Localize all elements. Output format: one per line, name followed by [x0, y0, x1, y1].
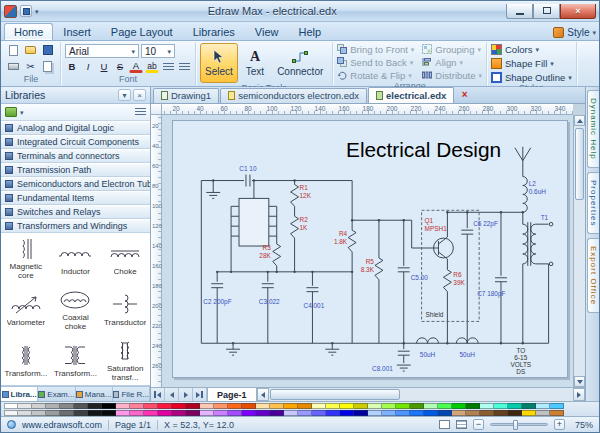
- tab-export-office[interactable]: Export Office: [587, 238, 599, 313]
- zoom-slider[interactable]: [490, 423, 548, 426]
- color-swatch[interactable]: [172, 403, 186, 409]
- text-tool-button[interactable]: A Text: [241, 43, 269, 83]
- color-swatch[interactable]: [242, 410, 256, 416]
- color-swatch[interactable]: [368, 410, 382, 416]
- color-swatch[interactable]: [382, 410, 396, 416]
- distribute-button[interactable]: Distribute▾: [422, 69, 482, 81]
- prev-page-button[interactable]: [165, 388, 179, 401]
- panel-close-icon[interactable]: ×: [133, 89, 146, 101]
- vertical-scroll-thumb[interactable]: [575, 128, 584, 200]
- rotate-flip-button[interactable]: Rotate & Flip▾: [337, 69, 414, 81]
- style-button[interactable]: Style ▾: [553, 27, 596, 40]
- font-color-button[interactable]: A: [129, 60, 143, 73]
- font-size-select[interactable]: 10 ▾: [141, 44, 175, 58]
- select-tool-button[interactable]: Select: [200, 43, 238, 83]
- highlight-button[interactable]: ab: [145, 60, 159, 73]
- color-swatch[interactable]: [410, 403, 424, 409]
- color-swatch[interactable]: [550, 410, 564, 416]
- bring-to-front-button[interactable]: Bring to Front▾: [337, 43, 414, 55]
- tab-help[interactable]: Help: [288, 23, 331, 40]
- tab-home[interactable]: Home: [4, 23, 53, 40]
- color-swatch[interactable]: [18, 403, 32, 409]
- color-swatch[interactable]: [46, 403, 60, 409]
- drawing-canvas[interactable]: Electrical Design: [162, 115, 573, 387]
- color-swatch[interactable]: [46, 410, 60, 416]
- color-swatch[interactable]: [340, 410, 354, 416]
- color-swatch[interactable]: [200, 403, 214, 409]
- zoom-in-button[interactable]: +: [554, 419, 565, 430]
- add-library-caret-icon[interactable]: ▾: [20, 109, 24, 116]
- color-swatch[interactable]: [270, 403, 284, 409]
- strikethrough-button[interactable]: S: [113, 60, 127, 73]
- color-swatch[interactable]: [536, 403, 550, 409]
- color-swatch[interactable]: [88, 410, 102, 416]
- color-swatch[interactable]: [74, 410, 88, 416]
- library-options-icon[interactable]: [135, 108, 146, 117]
- color-swatch[interactable]: [18, 410, 32, 416]
- color-swatch[interactable]: [466, 410, 480, 416]
- color-swatch[interactable]: [340, 403, 354, 409]
- symbol-transductor[interactable]: Transductor: [100, 284, 150, 335]
- color-swatch[interactable]: [508, 410, 522, 416]
- color-swatch[interactable]: [466, 403, 480, 409]
- minimize-button[interactable]: [506, 4, 533, 19]
- color-swatch[interactable]: [186, 403, 200, 409]
- color-swatch[interactable]: [144, 410, 158, 416]
- color-swatch[interactable]: [158, 410, 172, 416]
- tab-properties[interactable]: Properties: [587, 172, 599, 234]
- zoom-slider-thumb[interactable]: [513, 420, 518, 430]
- color-swatch[interactable]: [522, 410, 536, 416]
- normal-view-icon[interactable]: [439, 420, 450, 429]
- color-swatch[interactable]: [200, 410, 214, 416]
- bold-button[interactable]: B: [65, 60, 79, 73]
- library-item[interactable]: Transformers and Windings: [1, 219, 150, 233]
- color-swatch[interactable]: [74, 403, 88, 409]
- color-swatch[interactable]: [424, 403, 438, 409]
- symbol-magnetic-core[interactable]: Magnetic core: [1, 233, 51, 284]
- color-swatch[interactable]: [354, 403, 368, 409]
- color-swatch[interactable]: [158, 403, 172, 409]
- next-page-button[interactable]: [179, 388, 193, 401]
- connector-tool-button[interactable]: Connector: [272, 43, 328, 83]
- color-swatch[interactable]: [60, 403, 74, 409]
- color-swatch[interactable]: [102, 410, 116, 416]
- print-icon[interactable]: [6, 59, 21, 73]
- color-swatch[interactable]: [172, 410, 186, 416]
- color-swatch[interactable]: [116, 403, 130, 409]
- color-swatch[interactable]: [396, 410, 410, 416]
- library-item[interactable]: Analog and Digital Logic: [1, 121, 150, 135]
- vertical-scrollbar[interactable]: [573, 115, 585, 387]
- color-swatch[interactable]: [298, 403, 312, 409]
- color-swatch[interactable]: [452, 410, 466, 416]
- color-swatch[interactable]: [186, 410, 200, 416]
- copy-icon[interactable]: [40, 59, 55, 73]
- horizontal-scrollbar[interactable]: [257, 388, 585, 401]
- italic-button[interactable]: I: [81, 60, 95, 73]
- color-swatch[interactable]: [60, 410, 74, 416]
- symbol-transformer-2[interactable]: Transform...: [51, 335, 101, 386]
- color-swatch[interactable]: [410, 410, 424, 416]
- symbol-variometer[interactable]: Variometer: [1, 284, 51, 335]
- page-tab[interactable]: Page-1: [207, 388, 257, 401]
- shape-fill-button[interactable]: Shape Fill▾: [491, 57, 572, 69]
- doc-tab-semiconductors[interactable]: semiconductors electron.edx: [220, 88, 367, 103]
- tab-page-layout[interactable]: Page Layout: [101, 23, 183, 40]
- tab-libraries-panel[interactable]: Libra...: [1, 387, 38, 401]
- library-item[interactable]: Terminals and connectors: [1, 149, 150, 163]
- color-swatch[interactable]: [228, 403, 242, 409]
- symbol-coaxial-choke[interactable]: Coaxial choke: [51, 284, 101, 335]
- shape-outline-button[interactable]: Shape Outline▾: [491, 71, 572, 83]
- color-swatch[interactable]: [298, 410, 312, 416]
- drawing-page[interactable]: Electrical Design: [172, 120, 568, 378]
- color-swatch[interactable]: [508, 403, 522, 409]
- cut-icon[interactable]: ✂: [23, 59, 38, 73]
- doc-tab-electrical[interactable]: electrical.edx: [368, 87, 454, 103]
- color-swatch[interactable]: [536, 410, 550, 416]
- library-item[interactable]: Transmission Path: [1, 163, 150, 177]
- color-swatch[interactable]: [326, 410, 340, 416]
- color-swatch[interactable]: [368, 403, 382, 409]
- color-swatch[interactable]: [116, 410, 130, 416]
- color-swatch[interactable]: [102, 403, 116, 409]
- vertical-ruler[interactable]: 20406080100120140160180200220240260: [151, 115, 162, 387]
- doc-tab-drawing1[interactable]: Drawing1: [153, 88, 219, 103]
